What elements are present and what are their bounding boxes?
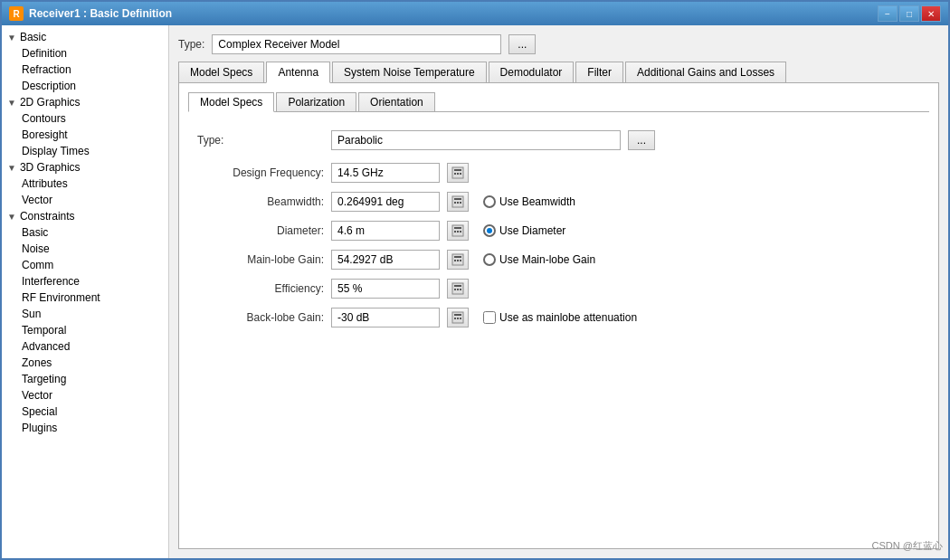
tab-outer-system-noise-temp[interactable]: System Noise Temperature	[332, 62, 487, 82]
app-icon: R	[9, 6, 24, 21]
tab-outer-additional-gains[interactable]: Additional Gains and Losses	[625, 62, 786, 82]
sidebar-group-3d-graphics[interactable]: ▼3D Graphics	[2, 159, 168, 176]
radio-btn-main-lobe-gain[interactable]	[483, 253, 496, 266]
outer-tabs-container: Model SpecsAntennaSystem Noise Temperatu…	[178, 62, 939, 549]
checkbox-label-back-lobe-gain[interactable]: Use as mainlobe attenuation	[483, 311, 637, 324]
calc-btn-main-lobe-gain[interactable]	[447, 250, 469, 270]
type-label: Type:	[178, 38, 204, 51]
content-area: ▼BasicDefinitionRefractionDescription▼2D…	[2, 25, 948, 558]
sidebar-item-display-times[interactable]: Display Times	[2, 143, 168, 159]
sidebar-item-noise[interactable]: Noise	[2, 241, 168, 257]
antenna-type-input[interactable]	[331, 130, 621, 150]
svg-rect-11	[454, 227, 461, 229]
checkbox-back-lobe-gain[interactable]	[483, 311, 496, 324]
sidebar-group-constraints[interactable]: ▼Constraints	[2, 208, 168, 224]
expand-icon: ▼	[7, 163, 16, 173]
form-label-efficiency: Efficiency:	[197, 282, 324, 295]
tab-outer-antenna[interactable]: Antenna	[266, 62, 330, 83]
calc-btn-design-freq[interactable]	[447, 163, 469, 183]
form-input-beamwidth[interactable]	[331, 192, 440, 212]
sidebar-group-basic[interactable]: ▼Basic	[2, 29, 168, 45]
outer-tabs: Model SpecsAntennaSystem Noise Temperatu…	[178, 62, 939, 83]
sidebar-item-interference[interactable]: Interference	[2, 273, 168, 289]
type-browse-button[interactable]: ...	[508, 34, 536, 54]
sidebar-item-temporal[interactable]: Temporal	[2, 322, 168, 338]
radio-text-beamwidth: Use Beamwidth	[499, 195, 575, 208]
title-bar: R Receiver1 : Basic Definition − □ ✕	[2, 2, 948, 25]
sidebar-item-rf-environment[interactable]: RF Environment	[2, 289, 168, 306]
expand-icon: ▼	[7, 212, 16, 222]
sidebar-item-basic[interactable]: Basic	[2, 224, 168, 241]
svg-rect-7	[454, 202, 456, 204]
radio-label-main-lobe-gain[interactable]: Use Main-lobe Gain	[483, 253, 595, 266]
radio-text-diameter: Use Diameter	[499, 224, 565, 237]
sidebar-item-description[interactable]: Description	[2, 78, 168, 94]
svg-rect-18	[457, 260, 459, 261]
form-input-main-lobe-gain[interactable]	[331, 250, 440, 270]
radio-label-diameter[interactable]: Use Diameter	[483, 224, 565, 237]
type-input[interactable]	[212, 34, 501, 54]
radio-label-beamwidth[interactable]: Use Beamwidth	[483, 195, 575, 208]
tab-inner-polarization[interactable]: Polarization	[276, 92, 356, 111]
window-title: Receiver1 : Basic Definition	[29, 7, 172, 20]
tab-outer-demodulator[interactable]: Demodulator	[489, 62, 575, 82]
radio-text-main-lobe-gain: Use Main-lobe Gain	[499, 253, 595, 266]
form-input-design-freq[interactable]	[331, 163, 440, 183]
sidebar-item-vector[interactable]: Vector	[2, 387, 168, 403]
sidebar-item-attributes[interactable]: Attributes	[2, 176, 168, 192]
svg-rect-23	[457, 289, 459, 290]
antenna-type-row: Type: ...	[197, 130, 920, 150]
sidebar-item-targeting[interactable]: Targeting	[2, 371, 168, 387]
sidebar-item-zones[interactable]: Zones	[2, 355, 168, 371]
maximize-button[interactable]: □	[899, 5, 919, 22]
antenna-type-browse[interactable]: ...	[628, 130, 655, 150]
svg-rect-24	[460, 289, 461, 290]
svg-rect-17	[454, 260, 456, 261]
form-input-back-lobe-gain[interactable]	[331, 308, 440, 327]
sidebar-item-advanced[interactable]: Advanced	[2, 338, 168, 355]
calc-btn-beamwidth[interactable]	[447, 192, 469, 212]
watermark: CSDN @红蓝心	[872, 539, 943, 553]
tab-outer-filter[interactable]: Filter	[575, 62, 623, 82]
radio-btn-beamwidth[interactable]	[483, 195, 496, 208]
main-panel: Type: ... Model SpecsAntennaSystem Noise…	[169, 25, 948, 558]
tab-inner-orientation[interactable]: Orientation	[358, 92, 435, 111]
svg-rect-26	[454, 314, 461, 316]
calc-btn-back-lobe-gain[interactable]	[447, 308, 469, 327]
form-input-diameter[interactable]	[331, 221, 440, 241]
radio-btn-diameter[interactable]	[483, 224, 496, 237]
sidebar-group-label: Constraints	[20, 210, 75, 223]
sidebar-group-label: Basic	[20, 31, 46, 43]
sidebar-item-sun[interactable]: Sun	[2, 306, 168, 322]
checkbox-text-back-lobe-gain: Use as mainlobe attenuation	[499, 311, 637, 324]
svg-rect-14	[460, 231, 461, 233]
sidebar-group-2d-graphics[interactable]: ▼2D Graphics	[2, 94, 168, 110]
sidebar-item-definition[interactable]: Definition	[2, 45, 168, 62]
sidebar-item-refraction[interactable]: Refraction	[2, 62, 168, 78]
close-button[interactable]: ✕	[921, 5, 941, 22]
sidebar-item-contours[interactable]: Contours	[2, 110, 168, 127]
sidebar-item-comm[interactable]: Comm	[2, 257, 168, 273]
inner-tabs: Model SpecsPolarizationOrientation	[188, 92, 929, 112]
expand-icon: ▼	[7, 98, 16, 108]
minimize-button[interactable]: −	[878, 5, 898, 22]
expand-icon: ▼	[7, 33, 16, 43]
sidebar-item-boresight[interactable]: Boresight	[2, 127, 168, 143]
tab-outer-model-specs[interactable]: Model Specs	[178, 62, 264, 82]
form-label-back-lobe-gain: Back-lobe Gain:	[197, 311, 324, 324]
sidebar-group-label: 2D Graphics	[20, 96, 81, 109]
calc-btn-diameter[interactable]	[447, 221, 469, 241]
form-label-diameter: Diameter:	[197, 224, 324, 237]
sidebar-item-vector[interactable]: Vector	[2, 192, 168, 208]
svg-rect-1	[454, 169, 461, 171]
sidebar-item-special[interactable]: Special	[2, 403, 168, 420]
form-input-efficiency[interactable]	[331, 279, 440, 299]
form-row-beamwidth: Beamwidth:Use Beamwidth	[197, 192, 920, 212]
form-row-design-freq: Design Frequency:	[197, 163, 920, 183]
sidebar-item-plugins[interactable]: Plugins	[2, 420, 168, 436]
tab-inner-model-specs-inner[interactable]: Model Specs	[188, 92, 274, 112]
form-grid: Design Frequency:Beamwidth:Use Beamwidth…	[197, 163, 920, 327]
form-label-beamwidth: Beamwidth:	[197, 195, 324, 208]
calc-btn-efficiency[interactable]	[447, 279, 469, 299]
svg-rect-16	[454, 256, 461, 258]
